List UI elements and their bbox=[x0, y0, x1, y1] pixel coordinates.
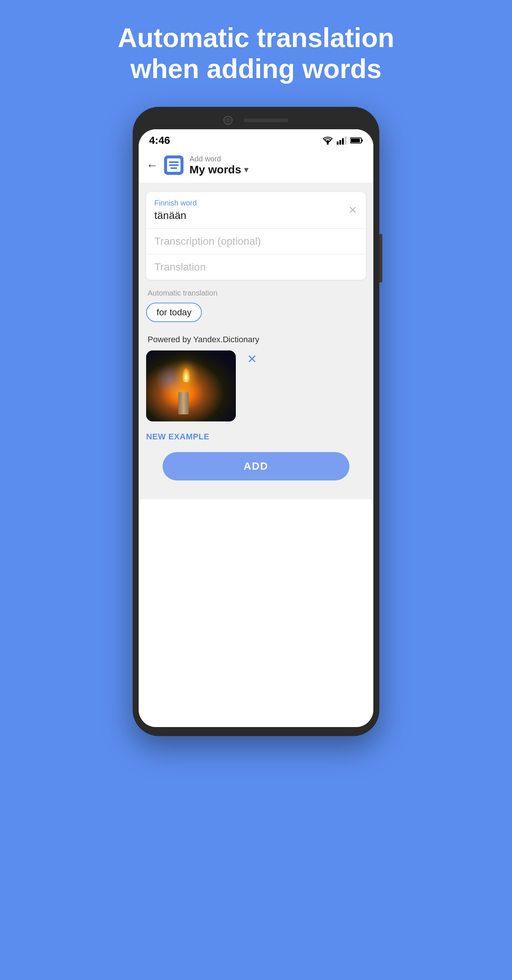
back-button[interactable]: ← bbox=[146, 158, 158, 172]
phone-top-bar bbox=[139, 116, 373, 125]
svg-rect-1 bbox=[337, 142, 338, 145]
auto-translation-label: Automatic translation bbox=[146, 289, 366, 298]
toolbar-subtitle: Add word bbox=[190, 155, 249, 163]
image-preview bbox=[146, 350, 236, 422]
image-close-button[interactable]: ✕ bbox=[243, 350, 260, 368]
dropdown-arrow-icon[interactable]: ▾ bbox=[244, 164, 249, 175]
app-toolbar: ← Add word My words ▾ bbox=[139, 150, 373, 183]
status-bar: 4:46 bbox=[139, 129, 373, 150]
translation-field[interactable]: Translation bbox=[146, 255, 366, 280]
phone-screen: 4:46 bbox=[139, 129, 373, 727]
svg-rect-4 bbox=[345, 136, 346, 145]
suggestion-chip-text: for today bbox=[156, 307, 191, 318]
image-preview-row: ✕ bbox=[146, 350, 366, 422]
toolbar-title: My words bbox=[190, 163, 241, 176]
side-button bbox=[379, 234, 382, 282]
transcription-field[interactable]: Transcription (optional) bbox=[146, 229, 366, 255]
auto-translation-section: Automatic translation for today bbox=[146, 287, 366, 327]
app-icon-line-2 bbox=[169, 164, 179, 166]
app-icon-inner bbox=[167, 158, 180, 172]
suggestion-chip[interactable]: for today bbox=[146, 302, 202, 322]
camera-cutout bbox=[223, 116, 233, 125]
svg-point-0 bbox=[327, 143, 329, 145]
clear-finnish-button[interactable]: ✕ bbox=[346, 203, 359, 217]
svg-rect-6 bbox=[351, 138, 360, 142]
add-button[interactable]: ADD bbox=[163, 452, 349, 480]
signal-icon bbox=[337, 136, 347, 145]
add-button-container: ADD bbox=[146, 443, 366, 492]
status-time: 4:46 bbox=[149, 135, 170, 146]
svg-rect-2 bbox=[339, 140, 341, 145]
hero-title: Automatic translation when adding words bbox=[88, 22, 424, 84]
app-icon-line-3 bbox=[171, 167, 177, 169]
phone-shell: 4:46 bbox=[133, 107, 379, 736]
main-content: Finnish word tänään ✕ Transcription (opt… bbox=[139, 183, 373, 499]
candle-flame bbox=[182, 368, 190, 382]
svg-rect-7 bbox=[361, 139, 363, 142]
finnish-word-field[interactable]: Finnish word tänään ✕ bbox=[146, 192, 366, 229]
candle-image bbox=[146, 350, 236, 422]
finnish-word-value: tänään bbox=[154, 210, 343, 221]
speaker-grille bbox=[244, 118, 289, 122]
translation-placeholder: Translation bbox=[154, 261, 343, 273]
wifi-icon bbox=[322, 136, 334, 145]
app-icon-line-1 bbox=[169, 161, 179, 163]
candle-glow bbox=[155, 365, 185, 395]
svg-rect-3 bbox=[342, 138, 344, 145]
app-icon bbox=[164, 156, 183, 175]
finnish-word-label: Finnish word bbox=[154, 199, 343, 207]
toolbar-text: Add word My words ▾ bbox=[190, 155, 249, 176]
candle-body bbox=[178, 392, 189, 414]
battery-icon bbox=[350, 137, 363, 144]
powered-by: Powered by Yandex.Dictionary bbox=[146, 327, 366, 350]
input-card: Finnish word tänään ✕ Transcription (opt… bbox=[146, 192, 366, 280]
toolbar-title-row[interactable]: My words ▾ bbox=[190, 163, 249, 176]
status-icons bbox=[322, 136, 363, 145]
new-example-button[interactable]: NEW EXAMPLE bbox=[146, 430, 366, 443]
transcription-placeholder: Transcription (optional) bbox=[154, 235, 343, 247]
